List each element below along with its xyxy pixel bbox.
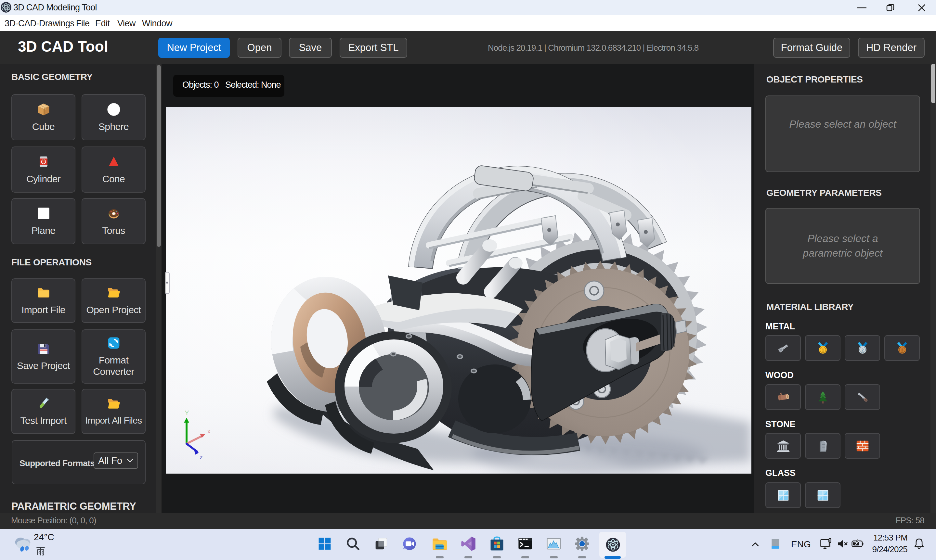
svg-text:x: x (207, 428, 211, 435)
svg-text:1: 1 (822, 347, 824, 352)
svg-text:3: 3 (901, 347, 903, 352)
svg-text:2: 2 (861, 347, 864, 352)
svg-text:Y: Y (185, 409, 189, 417)
svg-text:z: z (200, 454, 203, 461)
